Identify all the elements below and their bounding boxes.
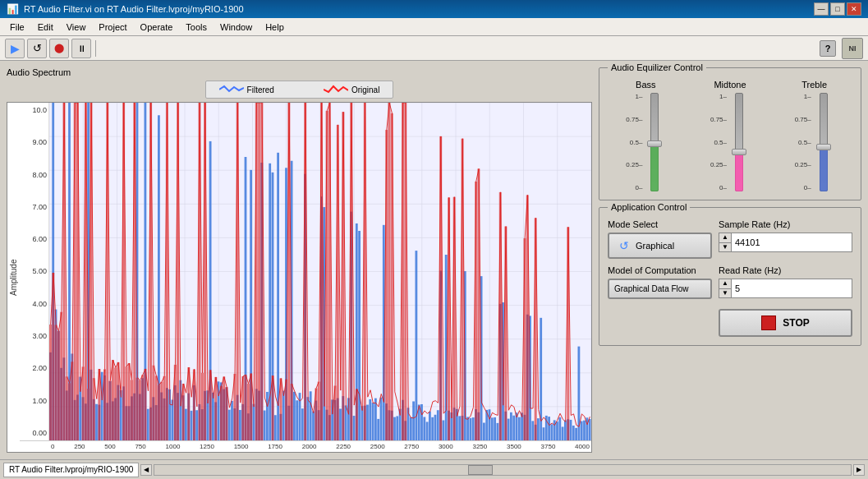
menu-operate[interactable]: Operate xyxy=(134,21,180,34)
mode-select-group: Mode Select ↺ Graphical xyxy=(608,219,712,259)
status-text: RT Audio Filter.lvproj/myRIO-1900 xyxy=(3,463,139,477)
eq-bass-slider-container: 1–0.75–0.5–0.25–0– xyxy=(626,93,665,191)
scroll-right-button[interactable]: ▶ xyxy=(853,464,865,476)
read-rate-spinners: ▲ ▼ xyxy=(719,279,732,297)
title-bar-icon: 📊 xyxy=(7,3,19,15)
equalizer-group: Audio Equilizer Control Bass 1–0.75–0.5–… xyxy=(599,67,861,200)
eq-midtone-label: Midtone xyxy=(714,80,746,90)
abort-button[interactable]: ⬤ xyxy=(49,39,69,58)
app-control-group: Application Control Mode Select ↺ Graphi… xyxy=(599,207,861,346)
toolbar: ▶ ↺ ⬤ ⏸ ? NI xyxy=(0,36,868,61)
legend-filtered: Filtered xyxy=(219,84,274,95)
model-computation-label: Model of Computation xyxy=(608,265,712,275)
eq-treble-slider-container: 1–0.75–0.5–0.25–0– xyxy=(795,93,834,191)
pause-button[interactable]: ⏸ xyxy=(71,39,91,58)
sample-rate-field[interactable] xyxy=(732,233,852,251)
read-rate-field[interactable] xyxy=(732,279,852,297)
scroll-left-button[interactable]: ◀ xyxy=(140,464,152,476)
model-computation-button[interactable]: Graphical Data Flow xyxy=(608,279,712,299)
eq-midtone-thumb[interactable] xyxy=(732,149,746,155)
run-continuously-button[interactable]: ↺ xyxy=(27,39,47,58)
window-title: RT Audio Filter.vi on RT Audio Filter.lv… xyxy=(24,4,814,14)
ni-logo: NI xyxy=(842,38,863,59)
mode-select-value: Graphical xyxy=(636,241,674,251)
horizontal-scrollbar[interactable] xyxy=(154,464,852,476)
legend-original-icon xyxy=(324,84,348,95)
stop-button[interactable]: STOP xyxy=(719,309,852,337)
main-content: Audio Spectrum Filtered Original xyxy=(0,61,868,459)
menu-window[interactable]: Window xyxy=(214,21,259,34)
app-control-title: Application Control xyxy=(608,202,690,212)
mode-select-button[interactable]: ↺ Graphical xyxy=(608,233,712,259)
sample-rate-input-wrapper: ▲ ▼ xyxy=(719,233,852,252)
eq-bass-channel: Bass 1–0.75–0.5–0.25–0– xyxy=(626,80,665,191)
menu-view[interactable]: View xyxy=(60,21,93,34)
right-panel: Audio Equilizer Control Bass 1–0.75–0.5–… xyxy=(599,67,861,453)
menu-project[interactable]: Project xyxy=(92,21,133,34)
chart-title: Audio Spectrum xyxy=(7,67,592,77)
model-computation-group: Model of Computation Graphical Data Flow xyxy=(608,265,712,299)
read-rate-label: Read Rate (Hz) xyxy=(719,265,852,275)
read-rate-down-button[interactable]: ▼ xyxy=(719,289,731,298)
eq-midtone-channel: Midtone 1–0.75–0.5–0.25–0– xyxy=(710,80,750,191)
help-button[interactable]: ? xyxy=(820,40,836,57)
eq-midtone-scale: 1–0.75–0.5–0.25–0– xyxy=(710,93,727,191)
eq-bass-scale: 1–0.75–0.5–0.25–0– xyxy=(626,93,642,191)
run-button[interactable]: ▶ xyxy=(5,39,25,58)
legend-original: Original xyxy=(324,84,379,95)
toolbar-separator xyxy=(95,40,96,57)
eq-treble-label: Treble xyxy=(801,80,827,90)
spectrum-chart xyxy=(49,103,591,440)
stop-label: STOP xyxy=(783,317,809,329)
eq-bass-thumb[interactable] xyxy=(647,140,662,147)
eq-treble-scale: 1–0.75–0.5–0.25–0– xyxy=(795,93,811,191)
y-axis-label: Amplitude xyxy=(7,103,20,452)
read-rate-input-wrapper: ▲ ▼ xyxy=(719,279,852,298)
stop-group: STOP xyxy=(719,306,852,337)
sample-rate-spinners: ▲ ▼ xyxy=(719,233,732,251)
chart-legend: Filtered Original xyxy=(7,81,592,99)
eq-treble-thumb[interactable] xyxy=(816,144,831,150)
chart-panel: Audio Spectrum Filtered Original xyxy=(7,67,592,453)
eq-bass-fill xyxy=(650,147,659,191)
menu-file[interactable]: File xyxy=(3,21,31,34)
eq-midtone-slider-container: 1–0.75–0.5–0.25–0– xyxy=(710,93,750,191)
read-rate-group: Read Rate (Hz) ▲ ▼ xyxy=(719,265,852,299)
sample-rate-group: Sample Rate (Hz) ▲ ▼ xyxy=(719,219,852,259)
scrollbar-thumb xyxy=(468,465,493,475)
maximize-button[interactable]: □ xyxy=(830,2,845,16)
sample-rate-label: Sample Rate (Hz) xyxy=(719,219,852,229)
title-bar-controls: — □ ✕ xyxy=(814,2,861,16)
status-nav: ◀ xyxy=(140,464,152,476)
read-rate-up-button[interactable]: ▲ xyxy=(719,279,731,289)
minimize-button[interactable]: — xyxy=(814,2,829,16)
menu-help[interactable]: Help xyxy=(259,21,291,34)
menu-edit[interactable]: Edit xyxy=(31,21,60,34)
title-bar: 📊 RT Audio Filter.vi on RT Audio Filter.… xyxy=(0,0,868,18)
status-bar: RT Audio Filter.lvproj/myRIO-1900 ◀ ▶ xyxy=(0,459,868,479)
menu-tools[interactable]: Tools xyxy=(179,21,214,34)
mode-select-label: Mode Select xyxy=(608,219,712,229)
chart-container: Amplitude 10.0 9.00 8.00 7.00 6.00 5.00 … xyxy=(7,102,592,453)
legend-filtered-label: Filtered xyxy=(247,85,274,94)
eq-treble-fill xyxy=(820,150,828,191)
legend-filtered-icon xyxy=(219,84,244,95)
sample-rate-up-button[interactable]: ▲ xyxy=(719,233,731,243)
refresh-icon: ↺ xyxy=(618,239,631,252)
equalizer-title: Audio Equilizer Control xyxy=(608,62,706,72)
eq-controls: Bass 1–0.75–0.5–0.25–0– Midto xyxy=(608,80,852,191)
model-computation-value: Graphical Data Flow xyxy=(614,284,689,293)
close-button[interactable]: ✕ xyxy=(847,2,861,16)
menu-bar: File Edit View Project Operate Tools Win… xyxy=(0,18,868,36)
chart-inner: 10.0 9.00 8.00 7.00 6.00 5.00 4.00 3.00 … xyxy=(20,103,591,452)
eq-treble-channel: Treble 1–0.75–0.5–0.25–0– xyxy=(795,80,834,191)
eq-bass-label: Bass xyxy=(636,80,655,90)
eq-treble-slider[interactable] xyxy=(813,93,834,191)
eq-midtone-fill xyxy=(735,154,743,191)
eq-midtone-slider[interactable] xyxy=(728,93,750,191)
eq-bass-slider[interactable] xyxy=(644,93,665,191)
sample-rate-down-button[interactable]: ▼ xyxy=(719,243,731,252)
legend-original-label: Original xyxy=(351,85,379,94)
stop-icon xyxy=(761,315,776,330)
